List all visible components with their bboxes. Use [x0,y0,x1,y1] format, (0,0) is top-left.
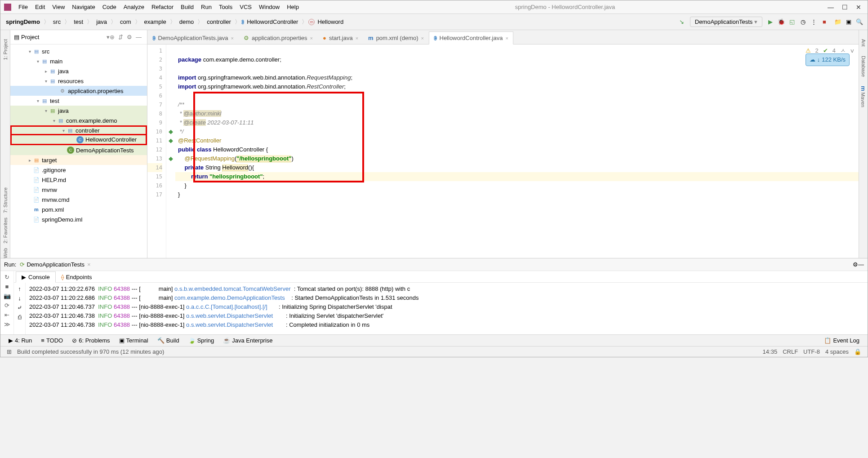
code-editor[interactable]: 1234567891011121314151617 ◆◆◆ package co… [147,44,859,258]
javaee-tool-button[interactable]: ☕ Java Enterprise [218,337,277,344]
left-tool-strip: 1: Project 7: Structure 2: Favorites Web [0,30,10,258]
event-log-button[interactable]: 📋 Event Log [819,337,864,344]
minimize-panel-icon[interactable]: — [858,261,864,268]
speed-badge[interactable]: ☁ ↓122 KB/s [806,53,850,66]
run-config-name[interactable]: DemoApplicationTests [27,261,85,268]
ant-tool-button[interactable]: Ant [861,39,866,47]
menu-file[interactable]: File [15,2,31,12]
tab-start[interactable]: ●start.java× [318,31,363,44]
lock-icon[interactable]: 🔒 [854,348,861,355]
hammer-icon[interactable]: ↘ [677,18,686,25]
navbar: springDemo〉 src〉 test〉 java〉 com〉 exampl… [0,14,868,30]
helloword-controller-file[interactable]: CHellowordController [10,135,147,145]
crumb[interactable]: test [71,18,86,25]
find-icon[interactable]: 🔍 [855,18,864,25]
stop-icon[interactable]: ■ [5,283,9,290]
todo-tool-button[interactable]: ≡ TODO [36,337,67,344]
profile-icon[interactable]: ◷ [798,18,807,25]
collapse-icon[interactable]: — [136,34,142,40]
intellij-icon [4,4,11,11]
rerun-icon[interactable]: ↻ [4,274,9,280]
run-tool-button[interactable]: ▶ 4: Run [4,337,36,344]
tab-appprops[interactable]: ⚙application.properties× [239,31,318,44]
minimize-icon[interactable]: — [828,4,834,11]
menu-view[interactable]: View [49,2,68,12]
project-panel: ▤ Project ▾ ⊕ ⇵ ⚙ — ▾▤src ▾▤main ▸▤java … [10,30,147,258]
console-output[interactable]: 2022-03-07 11:20:22.676 INFO 64388 --- [… [26,283,868,334]
run-tab-icon: ⟳ [20,261,25,268]
crumb[interactable]: HellowordController [244,18,301,25]
menu-vcs[interactable]: VCS [236,2,255,12]
status-lineend[interactable]: CRLF [783,348,798,355]
gutter-marks: ◆◆◆ [166,44,175,258]
status-icon[interactable]: ⊞ [7,348,12,355]
up-icon[interactable]: ↑ [18,285,21,292]
print-icon[interactable]: ⎙ [18,314,22,320]
crumb[interactable]: example [142,18,169,25]
web-tool-button[interactable]: Web [3,248,8,258]
crumb-project[interactable]: springDemo [3,18,43,25]
resume-icon[interactable]: ⟳ [4,302,9,309]
controller-folder[interactable]: ▾▤controller [10,125,147,135]
crumb[interactable]: java [93,18,110,25]
camera-icon[interactable]: 📷 [4,293,11,299]
attach-icon[interactable]: ⋮ [809,18,818,25]
menu-run[interactable]: Run [197,2,215,12]
run-icon[interactable]: ▶ [766,18,775,25]
main-menu: File Edit View Navigate Code Analyze Ref… [15,2,303,12]
status-encoding[interactable]: UTF-8 [803,348,820,355]
exit-icon[interactable]: ⇤ [4,311,9,318]
wrap-icon[interactable]: ⤶ [17,304,22,311]
window-title: springDemo - HellowordController.java [303,4,828,10]
menu-tools[interactable]: Tools [215,2,236,12]
status-indent[interactable]: 4 spaces [825,348,849,355]
menu-navigate[interactable]: Navigate [68,2,98,12]
menu-help[interactable]: Help [283,2,303,12]
git-icon[interactable]: 📁 [833,18,842,25]
favorites-tool-button[interactable]: 2: Favorites [3,218,8,243]
menu-edit[interactable]: Edit [31,2,49,12]
gear-icon[interactable]: ⚙ [127,34,132,40]
crumb[interactable]: src [50,18,63,25]
menu-build[interactable]: Build [177,2,197,12]
maven-tool-button[interactable]: m Maven [860,86,867,107]
expand-icon[interactable]: ⇵ [118,34,123,40]
structure-tool-button[interactable]: 7: Structure [3,187,8,213]
more-icon[interactable]: ≫ [4,321,10,328]
gear-icon[interactable]: ⚙ [853,261,858,268]
menu-code[interactable]: Code [99,2,120,12]
tab-demotests[interactable]: CDemoApplicationTests.java× [147,31,239,44]
run-toolbar: ↻ ■ 📷 ⟳ ⇤ ≫ [0,271,14,334]
crumb[interactable]: com [117,18,134,25]
terminal-tool-button[interactable]: ▣ Terminal [115,337,153,344]
crumb[interactable]: Helloword [315,18,346,25]
menu-window[interactable]: Window [255,2,283,12]
project-tool-button[interactable]: 1: Project [3,39,8,60]
tab-helloword[interactable]: CHellowordController.java× [429,31,513,44]
maximize-icon[interactable]: ☐ [842,4,848,11]
build-tool-button[interactable]: 🔨 Build [153,337,184,344]
debug-icon[interactable]: 🐞 [777,18,786,25]
tab-pom[interactable]: mpom.xml (demo)× [363,31,429,44]
spring-tool-button[interactable]: 🍃 Spring [184,337,219,344]
editor: CDemoApplicationTests.java× ⚙application… [147,30,859,258]
project-tree[interactable]: ▾▤src ▾▤main ▸▤java ▾▤resources ⚙applica… [10,44,147,258]
status-bar: ⊞ Build completed successfully in 970 ms… [0,346,868,357]
target-icon[interactable]: ⊕ [110,34,115,40]
stop-icon[interactable]: ■ [820,18,829,25]
run-config-dropdown[interactable]: DemoApplicationTests ▾ [690,17,762,27]
crumb[interactable]: controller [204,18,233,25]
endpoints-tab[interactable]: ⟠Endpoints [56,272,98,282]
down-icon[interactable]: ↓ [18,295,21,302]
menu-analyze[interactable]: Analyze [120,2,148,12]
database-tool-button[interactable]: Database [861,56,866,77]
coverage-icon[interactable]: ◱ [788,18,797,25]
method-icon: m [308,19,315,25]
crumb[interactable]: demo [177,18,197,25]
problems-tool-button[interactable]: ⊘ 6: Problems [67,337,114,344]
titlebar: File Edit View Navigate Code Analyze Ref… [0,0,868,14]
close-icon[interactable]: ✕ [856,4,861,11]
menu-refactor[interactable]: Refactor [148,2,177,12]
console-tab[interactable]: ▶Console [16,271,56,283]
search-icon[interactable]: ▣ [844,18,853,25]
